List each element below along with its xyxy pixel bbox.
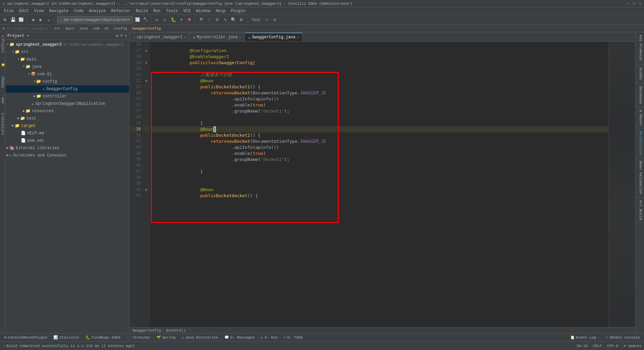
search-btn[interactable]: 🔍: [230, 16, 237, 24]
tree-test[interactable]: ▶ 📁 test: [5, 115, 129, 122]
art-build-tab[interactable]: Art Build: [636, 198, 644, 223]
menu-navigate[interactable]: Navigate: [46, 8, 71, 14]
breadcrumb-dj[interactable]: dj: [105, 27, 109, 31]
toolbar-back-btn[interactable]: ◀: [29, 16, 37, 24]
xcoder-tab[interactable]: XCoder: [636, 64, 644, 84]
tree-main[interactable]: ▾ 📁 main: [5, 56, 129, 63]
structure-btn[interactable]: ⊞: [238, 16, 245, 24]
code-editor[interactable]: 16 17 18 19 20 21 22 23 24 25 26 27 28 2…: [129, 42, 635, 327]
tree-scratches[interactable]: ▶ ✏ Scratches and Consoles: [5, 152, 129, 159]
bean-validation-tab[interactable]: Bean Validation: [636, 158, 644, 197]
structure-side-label[interactable]: 2:Structure: [0, 112, 5, 136]
project-settings-icon[interactable]: ≡: [120, 33, 123, 38]
favorites-side-label[interactable]: ⭐: [0, 61, 5, 68]
project-side-label[interactable]: 1:Project: [0, 34, 5, 54]
tree-controller[interactable]: ▶ 📁 controller: [5, 93, 129, 100]
tree-pom[interactable]: 📄 pom.xml: [5, 137, 129, 144]
git-btn[interactable]: ↑: [206, 16, 213, 24]
close-button[interactable]: ✕: [639, 1, 641, 6]
bottom-tab-jrebel[interactable]: ⚡ JRebel Console: [603, 334, 643, 341]
bottom-tab-messages[interactable]: 💬 0: Messages: [222, 334, 258, 341]
bottom-tab-findbugs[interactable]: 🐛 FindBugs-IDEA: [83, 334, 123, 341]
run-coverage-btn[interactable]: ☂: [178, 16, 185, 24]
tab-close-springboot[interactable]: ✕: [184, 35, 186, 39]
bottom-path-method[interactable]: docket2(): [166, 329, 185, 333]
breadcrumb-config[interactable]: config: [114, 27, 127, 31]
tree-root[interactable]: ▾ 📁 springboot_swagger2 H:\CSDN\springbo…: [5, 41, 129, 48]
breadcrumb-src[interactable]: src: [54, 27, 61, 31]
menu-view[interactable]: View: [32, 8, 47, 14]
toolbar-sync-btn[interactable]: 🔄: [17, 16, 25, 24]
breadcrumb-main[interactable]: main: [65, 27, 74, 31]
run-config-dropdown[interactable]: ☕ SpringbootSwagger2Application ▾: [57, 16, 133, 24]
toolbar-recent-btn[interactable]: ↙: [45, 16, 53, 24]
breadcrumb-swaggerconfig[interactable]: SwaggerConfig: [132, 27, 161, 31]
tree-ext-libs[interactable]: ▶ 📚 External Libraries: [5, 144, 129, 152]
database-tab[interactable]: Database: [636, 84, 644, 107]
run-config-btn2[interactable]: ▷: [162, 16, 169, 24]
maven-btn[interactable]: M: [198, 16, 205, 24]
bottom-path-file[interactable]: SwaggerConfig: [132, 329, 161, 333]
code-content[interactable]: @Configuration @EnableSwagger2 public cl…: [150, 42, 608, 327]
tab-close-mycontroller[interactable]: ✕: [239, 35, 241, 39]
annotation-btn[interactable]: ✎: [222, 16, 229, 24]
bottom-tab-todo[interactable]: ✓ 6: TODO: [281, 334, 306, 341]
encoding[interactable]: UTF-8: [607, 344, 618, 348]
cursor-position[interactable]: 30:10: [577, 344, 588, 348]
tab-springboot[interactable]: ☕ springboot_swagger2 ✕: [129, 33, 190, 41]
retservices-tab[interactable]: RetServices: [636, 128, 644, 159]
menu-run[interactable]: Run: [151, 8, 163, 14]
menu-plugin[interactable]: Plugin: [228, 8, 248, 14]
menu-file[interactable]: File: [1, 8, 16, 14]
tree-resources[interactable]: ▶ 📁 resources: [5, 107, 129, 115]
stop-btn[interactable]: ■: [186, 16, 193, 24]
tree-comdj[interactable]: ▾ 📦 com.dj: [5, 71, 129, 78]
menu-tools[interactable]: Tools: [163, 8, 181, 14]
tree-src[interactable]: ▾ 📁 src: [5, 48, 129, 56]
bottom-tab-spring[interactable]: 🌱 Spring: [154, 334, 178, 341]
tree-java[interactable]: ▾ 📁 java: [5, 63, 129, 71]
tree-app[interactable]: ☕ SpringbootSwagger2Application: [5, 100, 129, 107]
toolbar-forward-btn[interactable]: ▶: [37, 16, 45, 24]
bottom-tab-javaenterprise[interactable]: ☕ Java Enterprise: [179, 334, 221, 341]
breadcrumb-com[interactable]: com: [93, 27, 100, 31]
key-promoter-tab[interactable]: Key Promoter: [636, 32, 644, 64]
tree-swaggerconfig[interactable]: ☕ SwaggerConfig: [5, 85, 129, 93]
diff-btn[interactable]: ⊟: [214, 16, 221, 24]
project-gear-icon[interactable]: ⚙: [116, 33, 118, 38]
breadcrumb-java[interactable]: java: [79, 27, 88, 31]
menu-code[interactable]: Code: [71, 8, 86, 14]
menu-help[interactable]: Help: [213, 8, 228, 14]
maven-tab[interactable]: m Maven: [636, 107, 644, 128]
tab-swaggerconfig[interactable]: ☕ SwaggerConfig.java ✕: [245, 33, 303, 41]
menu-vcs[interactable]: VCS: [181, 8, 194, 14]
indent[interactable]: 4 spaces: [624, 344, 641, 348]
web-side-label[interactable]: Web: [0, 96, 5, 105]
toolbar-save-btn[interactable]: 💾: [9, 16, 17, 24]
tree-arrow[interactable]: ▾: [7, 41, 9, 48]
minimize-button[interactable]: ─: [627, 1, 629, 6]
line-ending[interactable]: CRLF: [593, 344, 602, 348]
bottom-tab-terminal[interactable]: ⬛ Terminal: [124, 334, 153, 341]
menu-window[interactable]: Window: [193, 8, 213, 14]
bottom-tab-statistic[interactable]: 📊 Statistic: [51, 334, 82, 341]
jrebel-side-label[interactable]: JRebel: [0, 75, 5, 89]
tree-target[interactable]: ▶ 📁 target: [5, 122, 129, 130]
tab-mycontroller[interactable]: ☕ Mycontroller.java ✕: [190, 33, 245, 41]
disable-btn[interactable]: ⊘: [271, 16, 278, 24]
menu-edit[interactable]: Edit: [16, 8, 32, 14]
build-btn[interactable]: 🔨: [142, 16, 149, 24]
menu-build[interactable]: Build: [133, 8, 151, 14]
bottom-tab-consolemaven[interactable]: ⚙ ConsoleMavenPlugin: [1, 334, 50, 341]
menu-analyze[interactable]: Analyze: [86, 8, 108, 14]
menu-refactor[interactable]: Refactor: [108, 8, 133, 14]
bottom-tab-eventlog[interactable]: 📋 Event Log: [568, 334, 599, 341]
bottom-tab-run[interactable]: ▶ 4: Run: [258, 334, 280, 341]
power-btn[interactable]: ⚡: [263, 16, 270, 24]
maximize-button[interactable]: □: [633, 1, 635, 6]
run-btn[interactable]: ▶: [154, 16, 161, 24]
tree-config[interactable]: ▾ 📂 config: [5, 78, 129, 85]
tab-close-swaggerconfig[interactable]: ✕: [297, 35, 299, 39]
debug-btn[interactable]: 🐛: [170, 16, 177, 24]
breadcrumb-project[interactable]: ⊞: [3, 26, 5, 31]
